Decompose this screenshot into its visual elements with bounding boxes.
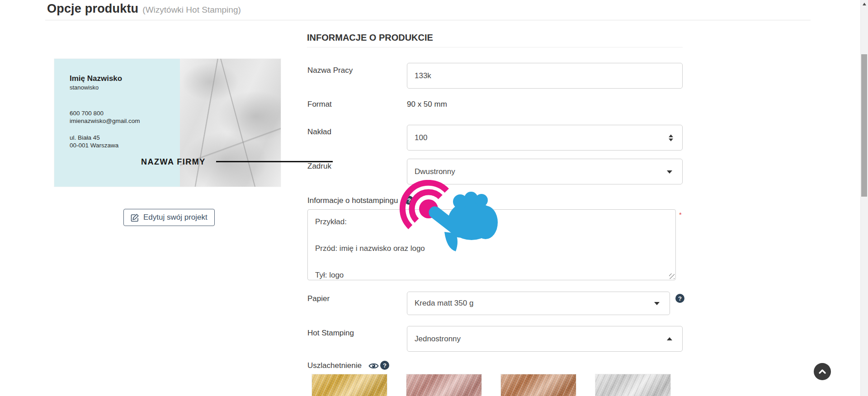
business-card-preview: Imię Nazwisko stanowisko 600 700 800 imi…: [54, 59, 281, 187]
naklad-number-input[interactable]: 100: [407, 125, 683, 151]
swatch-row: [311, 374, 676, 396]
textarea-resize-handle[interactable]: [669, 273, 675, 279]
label-papier: Papier: [307, 294, 330, 303]
edit-pencil-icon: [131, 213, 139, 222]
nazwa-pracy-input[interactable]: 133k: [407, 63, 683, 89]
page-title: Opcje produktu: [47, 2, 138, 15]
scroll-to-top-button[interactable]: [814, 363, 831, 380]
chevron-up-icon: [667, 337, 672, 340]
label-nazwa-pracy: Nazwa Pracy: [307, 66, 353, 75]
hotstamping-info-help-icon[interactable]: ?: [405, 196, 414, 205]
uszlachetnienie-help-icon[interactable]: ?: [380, 361, 389, 370]
swatch-copper[interactable]: [500, 374, 576, 396]
label-zadruk: Zadruk: [307, 162, 331, 171]
number-stepper-icon[interactable]: [669, 134, 673, 141]
product-info-heading: INFORMACJE O PRODUKCIE: [307, 33, 433, 43]
header-divider: [45, 20, 811, 20]
label-hot-stamping: Hot Stamping: [307, 329, 354, 338]
page-subtitle: (Wizytówki Hot Stamping): [142, 5, 241, 14]
format-value: 90 x 50 mm: [407, 100, 447, 109]
card-phone: 600 700 800: [70, 110, 104, 117]
zadruk-select[interactable]: Dwustronny: [407, 159, 683, 184]
papier-select[interactable]: Kreda matt 350 g: [407, 292, 670, 315]
label-uszlachetnienie: Uszlachetnienie: [307, 361, 362, 370]
label-naklad: Nakład: [307, 127, 331, 137]
hot-stamping-value: Jednostronny: [415, 335, 461, 344]
card-name: Imię Nazwisko: [70, 74, 122, 83]
card-address-line1: ul. Biała 45: [70, 134, 100, 141]
edit-project-button[interactable]: Edytuj swój projekt: [123, 209, 215, 226]
swatch-gold[interactable]: [311, 374, 387, 396]
swatch-rose-gold[interactable]: [406, 374, 482, 396]
scrollbar-up-arrow[interactable]: [863, 3, 866, 5]
naklad-value: 100: [415, 133, 427, 142]
edit-project-button-label: Edytuj swój projekt: [143, 213, 208, 222]
preview-eye-icon[interactable]: [368, 362, 379, 370]
scrollbar-thumb[interactable]: [861, 54, 867, 197]
card-front-blue-panel: Imię Nazwisko stanowisko 600 700 800 imi…: [54, 59, 180, 187]
card-company-name: NAZWA FIRMY: [141, 157, 206, 167]
zadruk-value: Dwustronny: [415, 167, 455, 176]
label-hotstamping-info: Informacje o hotstampingu: [307, 196, 398, 205]
papier-help-icon[interactable]: ?: [675, 294, 684, 303]
chevron-up-icon: [818, 369, 826, 374]
card-email: imienazwisko@gmail.com: [70, 118, 140, 124]
hotstamping-info-textarea[interactable]: Przykład: Przód: imię i nazwisko oraz lo…: [307, 209, 676, 280]
page-header: Opcje produktu(Wizytówki Hot Stamping): [47, 2, 241, 16]
required-asterisk: *: [679, 211, 682, 218]
nazwa-pracy-value: 133k: [415, 71, 431, 80]
card-position: stanowisko: [70, 84, 99, 91]
chevron-down-icon: [667, 170, 672, 174]
page: Opcje produktu(Wizytówki Hot Stamping) I…: [0, 0, 868, 396]
papier-value: Kreda matt 350 g: [415, 299, 473, 308]
label-format: Format: [307, 100, 332, 109]
card-marble-texture: [180, 59, 281, 187]
chevron-down-icon: [654, 302, 660, 305]
card-address-line2: 00-001 Warszawa: [70, 142, 118, 149]
product-info-divider: [307, 47, 683, 47]
hot-stamping-select[interactable]: Jednostronny: [407, 326, 683, 352]
card-company-rule: [216, 161, 333, 162]
swatch-silver[interactable]: [595, 374, 671, 396]
